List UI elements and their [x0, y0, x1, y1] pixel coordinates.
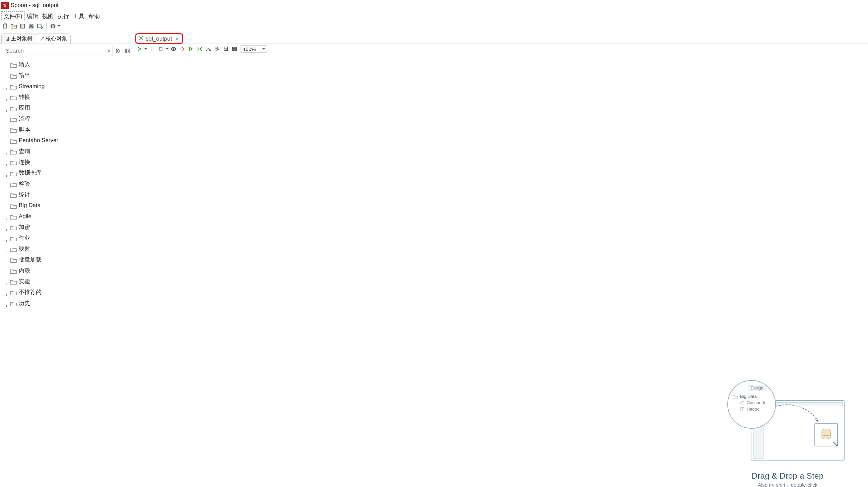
- debug-icon[interactable]: [178, 45, 186, 53]
- tree-item[interactable]: 实验: [1, 276, 133, 287]
- transformation-icon: [138, 35, 144, 42]
- stop-dropdown-caret[interactable]: [165, 48, 169, 51]
- open-file-icon[interactable]: [10, 23, 18, 30]
- top-toolbar: [0, 22, 868, 32]
- tab-core-objects[interactable]: 核心对象: [36, 33, 71, 43]
- save-icon[interactable]: [28, 23, 35, 30]
- menu-file[interactable]: 文件(F): [1, 11, 25, 21]
- svg-rect-3: [3, 24, 6, 28]
- replay-icon[interactable]: [187, 45, 195, 53]
- tree-item[interactable]: 作业: [1, 233, 133, 244]
- perspective-dropdown[interactable]: [49, 23, 61, 30]
- tree-item[interactable]: 脚本: [1, 124, 133, 135]
- hint-circle-row2: Cassandr: [747, 400, 766, 405]
- tree-item-label: 输入: [19, 60, 30, 69]
- impact-icon[interactable]: [204, 45, 212, 53]
- menu-view[interactable]: 视图: [40, 12, 56, 21]
- explore-db-icon[interactable]: [222, 45, 230, 53]
- tree-item[interactable]: 数据仓库: [1, 168, 133, 178]
- zoom-selector[interactable]: 100%: [241, 45, 267, 53]
- svg-rect-12: [128, 49, 129, 50]
- tree-item[interactable]: 统计: [1, 189, 133, 200]
- folder-icon: [10, 105, 17, 111]
- tree-item[interactable]: 内联: [1, 266, 133, 276]
- tree-item[interactable]: 转换: [1, 92, 133, 102]
- folder-icon: [10, 149, 17, 154]
- window-title: Spoon - sql_output: [11, 2, 59, 9]
- tree-item-label: 数据仓库: [19, 169, 41, 177]
- folder-icon: [10, 192, 17, 197]
- chevron-right-icon: [5, 106, 8, 110]
- chevron-right-icon: [5, 302, 8, 305]
- show-results-icon[interactable]: [230, 45, 239, 53]
- folder-icon: [10, 214, 17, 219]
- canvas[interactable]: Design Big Data Cassandr H: [133, 54, 868, 487]
- tree-item[interactable]: 映射: [1, 244, 133, 254]
- editor-toolbar: 100%: [133, 44, 868, 54]
- preview-icon[interactable]: [169, 45, 178, 53]
- tree-item-label: 统计: [19, 190, 30, 199]
- expand-all-icon[interactable]: [116, 48, 122, 54]
- chevron-right-icon: [5, 95, 8, 99]
- editor-tabs: sql_output ✕: [133, 32, 868, 44]
- svg-rect-11: [125, 49, 127, 50]
- folder-icon: [10, 181, 17, 187]
- sql-icon[interactable]: [213, 45, 221, 53]
- tree-item[interactable]: 输出: [1, 70, 133, 81]
- editor-tab-sql-output[interactable]: sql_output ✕: [135, 33, 183, 43]
- pause-icon[interactable]: [148, 45, 156, 53]
- clear-search-icon[interactable]: ✕: [106, 48, 111, 54]
- run-dropdown-caret[interactable]: [144, 48, 147, 51]
- tree-item[interactable]: 批量加载: [1, 254, 133, 265]
- tree-item-label: Pentaho Server: [19, 136, 58, 145]
- folder-icon: [10, 301, 17, 306]
- stop-icon[interactable]: [157, 45, 165, 53]
- menu-edit[interactable]: 编辑: [25, 12, 40, 21]
- folder-icon: [10, 290, 17, 295]
- tree-item[interactable]: 不推荐的: [1, 287, 133, 298]
- tab-main-tree[interactable]: 主对象树: [1, 33, 36, 43]
- tree-item-label: 脚本: [19, 125, 30, 134]
- svg-rect-22: [232, 49, 237, 51]
- svg-point-8: [7, 39, 9, 40]
- tree-item[interactable]: 历史: [1, 298, 133, 309]
- tree-item[interactable]: Agile: [1, 211, 133, 222]
- tree-item-label: 实验: [19, 277, 30, 286]
- run-icon[interactable]: [135, 45, 144, 53]
- tree-item[interactable]: Big Data: [1, 200, 133, 211]
- tree-item[interactable]: 应用: [1, 102, 133, 113]
- left-tabs: 主对象树 核心对象: [0, 32, 133, 44]
- tree-item[interactable]: 检验: [1, 179, 133, 189]
- new-file-icon[interactable]: [1, 23, 9, 30]
- chevron-right-icon: [5, 85, 8, 88]
- close-tab-icon[interactable]: ✕: [174, 36, 179, 41]
- search-input[interactable]: [3, 46, 113, 56]
- menu-help[interactable]: 帮助: [87, 12, 102, 21]
- tree-item[interactable]: 加密: [1, 222, 133, 233]
- collapse-all-icon[interactable]: [124, 48, 130, 54]
- folder-icon: [10, 159, 17, 165]
- folder-icon: [10, 116, 17, 122]
- tree-item[interactable]: Pentaho Server: [1, 135, 133, 146]
- chevron-right-icon: [5, 237, 8, 240]
- chevron-right-icon: [5, 258, 8, 262]
- tree-item[interactable]: 输入: [1, 59, 133, 70]
- tree-item[interactable]: 查询: [1, 146, 133, 157]
- editor-tab-label: sql_output: [146, 35, 172, 42]
- hint-db-drop-icon: [814, 423, 838, 447]
- tree-item[interactable]: Streaming: [1, 81, 133, 92]
- explore-repo-icon[interactable]: [19, 23, 26, 30]
- menu-tools[interactable]: 工具: [71, 12, 87, 21]
- zoom-dropdown-icon[interactable]: [260, 45, 267, 52]
- tree-item[interactable]: 流程: [1, 114, 133, 124]
- save-as-icon[interactable]: [36, 23, 43, 30]
- zoom-value: 100%: [241, 46, 260, 52]
- verify-icon[interactable]: [196, 45, 204, 53]
- menu-run[interactable]: 执行: [56, 12, 71, 21]
- folder-icon: [10, 62, 17, 67]
- drag-drop-illustration: Design Big Data Cassandr H: [727, 380, 848, 467]
- app-icon: [1, 2, 9, 9]
- chevron-right-icon: [5, 280, 8, 283]
- tree-item[interactable]: 连接: [1, 157, 133, 168]
- drag-drop-title: Drag & Drop a Step: [727, 471, 848, 481]
